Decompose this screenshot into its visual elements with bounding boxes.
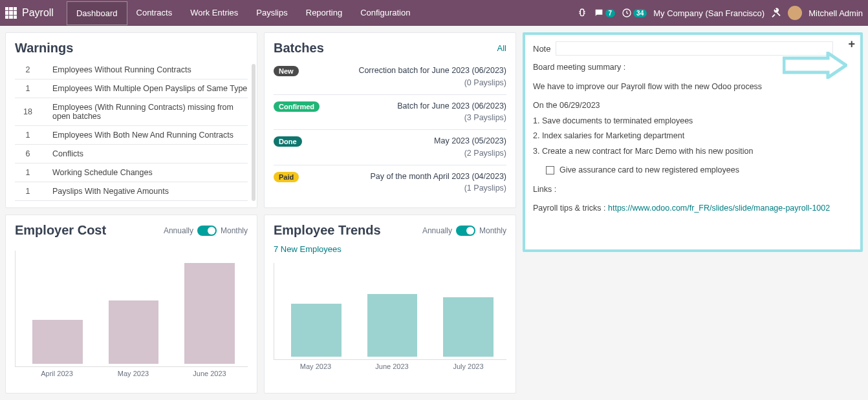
batches-list: NewCorrection batch for June 2023 (06/20…: [274, 61, 506, 200]
app-name: Payroll: [22, 7, 54, 19]
activities-icon[interactable]: 34: [622, 8, 647, 18]
notes-panel: + Note Board meeting summary : We have t…: [523, 32, 863, 252]
batches-title: Batches: [274, 41, 324, 56]
warning-row[interactable]: 1Employees With Multiple Open Payslips o…: [15, 79, 248, 98]
employee-trends-panel: Employee Trends Annually Monthly 7 New E…: [264, 215, 516, 394]
tab-work-entries[interactable]: Work Entries: [181, 1, 247, 25]
user-name[interactable]: Mitchell Admin: [808, 8, 863, 18]
warning-row[interactable]: 1Working Schedule Changes: [15, 163, 248, 182]
messages-badge: 7: [605, 9, 616, 17]
monthly-label: Monthly: [221, 226, 248, 235]
apps-icon[interactable]: [5, 7, 17, 19]
avatar[interactable]: [788, 6, 802, 20]
add-note-button[interactable]: +: [848, 37, 855, 51]
batch-row[interactable]: ConfirmedBatch for June 2023 (06/2023)(3…: [274, 94, 506, 130]
nav-tabs: Dashboard Contracts Work Entries Payslip…: [67, 1, 420, 25]
batches-panel: Batches All NewCorrection batch for June…: [264, 32, 516, 208]
warning-row[interactable]: 1Employees With Both New And Running Con…: [15, 125, 248, 144]
status-badge: Paid: [274, 172, 299, 182]
tab-configuration[interactable]: Configuration: [351, 1, 419, 25]
status-badge: Done: [274, 136, 302, 147]
messaging-icon[interactable]: 7: [594, 8, 616, 18]
employer-cost-title: Employer Cost: [15, 223, 106, 238]
employer-cost-chart: [15, 251, 248, 367]
batches-all-link[interactable]: All: [497, 43, 506, 53]
status-badge: New: [274, 66, 299, 76]
batch-row[interactable]: DoneMay 2023 (05/2023)(2 Payslips): [274, 129, 506, 165]
employee-trends-chart: [274, 263, 506, 360]
warnings-panel: Warnings 2Employees Without Running Cont…: [5, 32, 257, 208]
new-employees-link[interactable]: 7 New Employees: [274, 244, 506, 254]
status-badge: Confirmed: [274, 101, 320, 112]
note-body: Board meeting summary : We have to impro…: [533, 62, 852, 215]
debug-icon[interactable]: [577, 8, 587, 18]
warning-row[interactable]: 1Payslips With Negative Amounts: [15, 182, 248, 200]
topbar-right: 7 34 My Company (San Francisco) Mitchell…: [577, 6, 863, 20]
tab-dashboard[interactable]: Dashboard: [67, 1, 127, 25]
period-toggle[interactable]: [456, 226, 475, 236]
tools-icon[interactable]: [771, 7, 781, 19]
note-link[interactable]: https://www.odoo.com/fr_FR/slides/slide/…: [608, 204, 830, 213]
batch-row[interactable]: NewCorrection batch for June 2023 (06/20…: [274, 61, 506, 94]
warnings-title: Warnings: [15, 41, 248, 56]
note-input[interactable]: [556, 41, 833, 56]
tab-reporting[interactable]: Reporting: [297, 1, 351, 25]
employee-trends-title: Employee Trends: [274, 223, 381, 238]
monthly-label: Monthly: [479, 226, 506, 235]
checkbox-icon[interactable]: [546, 166, 554, 174]
warning-row[interactable]: 1New Contracts: [15, 200, 248, 206]
employer-cost-panel: Employer Cost Annually Monthly April 202…: [5, 215, 257, 394]
warning-row[interactable]: 6Conflicts: [15, 144, 248, 163]
period-toggle[interactable]: [197, 226, 217, 236]
annually-label: Annually: [164, 226, 193, 235]
warnings-list: 2Employees Without Running Contracts 1Em…: [15, 61, 248, 206]
activities-badge: 34: [633, 9, 647, 17]
batch-row[interactable]: PaidPay of the month April 2023 (04/2023…: [274, 165, 506, 200]
annually-label: Annually: [422, 226, 452, 235]
company-selector[interactable]: My Company (San Francisco): [653, 8, 765, 18]
tab-contracts[interactable]: Contracts: [127, 1, 182, 25]
warning-row[interactable]: 2Employees Without Running Contracts: [15, 61, 248, 79]
tab-payslips[interactable]: Payslips: [247, 1, 296, 25]
note-checkbox-row[interactable]: Give assurance card to new registered em…: [546, 165, 852, 176]
note-label: Note: [533, 44, 550, 54]
warning-row[interactable]: 18Employees (With Running Contracts) mis…: [15, 98, 248, 125]
topbar: Payroll Dashboard Contracts Work Entries…: [0, 0, 868, 26]
